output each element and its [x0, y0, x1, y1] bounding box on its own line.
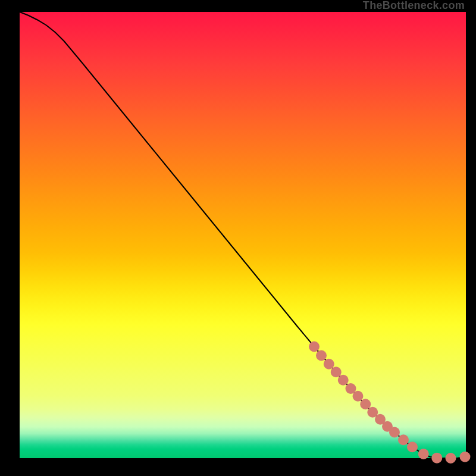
data-marker [407, 441, 418, 452]
data-marker [431, 453, 442, 464]
data-marker [460, 452, 471, 462]
chart-stage: TheBottleneck.com [0, 0, 476, 476]
watermark-label: TheBottleneck.com [363, 0, 465, 12]
data-markers-group [309, 342, 471, 464]
data-marker [324, 359, 334, 369]
data-marker [446, 453, 456, 464]
data-marker [309, 342, 320, 352]
data-marker [418, 449, 429, 459]
chart-svg-layer [20, 12, 466, 458]
data-marker [389, 427, 400, 438]
data-marker [316, 350, 327, 361]
data-marker [398, 434, 409, 445]
data-marker [338, 375, 349, 386]
data-marker [360, 399, 371, 409]
bottleneck-curve [20, 12, 466, 458]
data-marker [331, 367, 342, 377]
data-marker [353, 391, 364, 402]
